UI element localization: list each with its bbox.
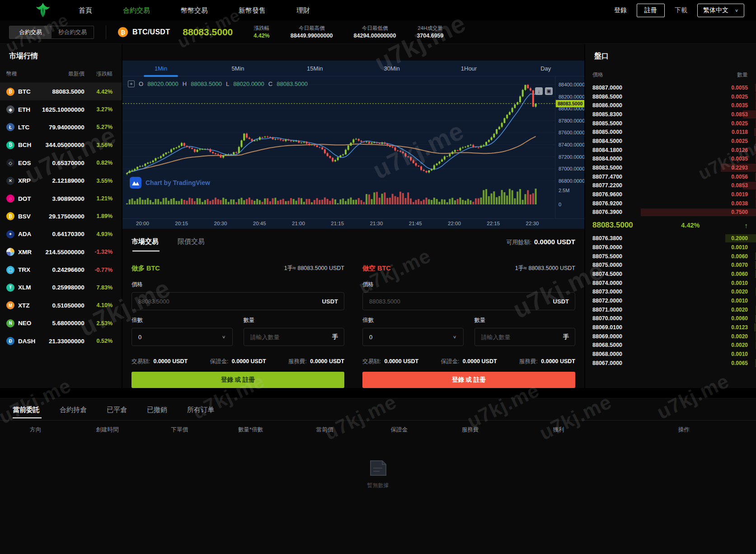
orders-tab-所有订单[interactable]: 所有订单 bbox=[187, 406, 214, 420]
coin-symbol: ✦ADA bbox=[6, 230, 38, 238]
short-login-register-button[interactable]: 登錄 或 註冊 bbox=[362, 372, 575, 388]
mode-tab-合約交易[interactable]: 合約交易 bbox=[9, 26, 52, 38]
orderbook-bid-row[interactable]: 88073.00000.0020 bbox=[585, 287, 756, 296]
ob-price: 88086.5000 bbox=[592, 94, 622, 100]
orders-tab-已平倉[interactable]: 已平倉 bbox=[107, 406, 127, 420]
short-price-input[interactable] bbox=[363, 298, 575, 305]
orders-tab-合約持倉[interactable]: 合約持倉 bbox=[60, 406, 87, 420]
market-row-XMR[interactable]: ◔XMR214.55000000-1.32% bbox=[0, 243, 122, 261]
ob-qty: 0.0060 bbox=[731, 315, 748, 322]
orders-col-保證金: 保證金 bbox=[364, 426, 435, 434]
orders-tab-當前委託[interactable]: 當前委託 bbox=[13, 406, 40, 420]
orderbook-bid-row[interactable]: 88074.00000.0010 bbox=[585, 279, 756, 288]
language-selector[interactable]: 繁体中文 ∨ bbox=[697, 4, 744, 17]
long-amount-input[interactable] bbox=[244, 334, 344, 341]
timeframe-bar: 1Min5Min15Min30Min1HourDay bbox=[122, 61, 584, 76]
timeframe-30Min[interactable]: 30Min bbox=[353, 61, 430, 76]
long-leverage-select[interactable]: 0 ∨ bbox=[131, 328, 233, 346]
orderbook-bid-row[interactable]: 88076.00000.0010 bbox=[585, 243, 756, 252]
coin-change: 3.27% bbox=[85, 106, 113, 113]
orderbook-bid-row[interactable]: 88067.00000.0065 bbox=[585, 359, 756, 368]
market-row-ETH[interactable]: ◆ETH1625.100000003.27% bbox=[0, 100, 122, 118]
orderbook-ask-row[interactable]: 88087.00000.0055 bbox=[585, 83, 756, 92]
mode-tab-秒合約交易[interactable]: 秒合約交易 bbox=[52, 26, 94, 38]
time-label: 20:30 bbox=[214, 221, 227, 226]
nav-item-新幣發售[interactable]: 新幣發售 bbox=[239, 6, 266, 15]
nav-item-理財[interactable]: 理財 bbox=[296, 6, 310, 15]
orders-panel: 當前委託合約持倉已平倉已撤銷所有订单 方向創建時間下單價數量*倍數當前價保證金服… bbox=[0, 398, 756, 554]
orderbook-bid-row[interactable]: 88074.50000.0060 bbox=[585, 270, 756, 279]
ob-price: 88077.2200 bbox=[592, 182, 622, 189]
orderbook-ask-row[interactable]: 88085.50000.0025 bbox=[585, 119, 756, 128]
timeframe-1Min[interactable]: 1Min bbox=[122, 61, 199, 76]
market-row-BCH[interactable]: ₿BCH344.050000003.56% bbox=[0, 136, 122, 154]
orderbook-bid-row[interactable]: 88068.50000.0020 bbox=[585, 341, 756, 350]
candlestick-chart[interactable]: + O88020.0000H88083.5000L88020.0000C8808… bbox=[122, 76, 584, 218]
market-row-LTC[interactable]: ŁLTC79.940000005.27% bbox=[0, 118, 122, 136]
timeframe-5Min[interactable]: 5Min bbox=[199, 61, 276, 76]
orderbook-ask-row[interactable]: 88086.00000.0035 bbox=[585, 101, 756, 110]
long-amount-label: 數量 bbox=[244, 317, 345, 324]
timeframe-Day[interactable]: Day bbox=[507, 61, 584, 76]
tab-limit-trade[interactable]: 限價交易 bbox=[178, 237, 205, 251]
orderbook-bid-row[interactable]: 88069.00000.0020 bbox=[585, 332, 756, 341]
orderbook-bid-row[interactable]: 88068.00000.0010 bbox=[585, 350, 756, 359]
nav-item-合約交易[interactable]: 合約交易 bbox=[123, 6, 150, 15]
timeframe-1Hour[interactable]: 1Hour bbox=[430, 61, 507, 76]
neo-icon: N bbox=[6, 319, 14, 327]
orderbook-ask-row[interactable]: 88084.18000.0126 bbox=[585, 146, 756, 155]
coin-name: NEO bbox=[18, 320, 31, 327]
orderbook-ask-row[interactable]: 88076.92000.0038 bbox=[585, 199, 756, 208]
market-headers: 幣種 最新價 漲跌幅 bbox=[0, 67, 122, 83]
market-row-XLM[interactable]: ŦXLM0.259980007.83% bbox=[0, 279, 122, 296]
ob-qty: 0.0010 bbox=[731, 280, 748, 286]
login-link[interactable]: 登錄 bbox=[614, 6, 627, 14]
market-row-XTZ[interactable]: MXTZ0.510500004.10% bbox=[0, 297, 122, 314]
orderbook-bid-row[interactable]: 88069.01000.0123 bbox=[585, 323, 756, 332]
chart-download-button[interactable]: ↓ bbox=[535, 87, 543, 95]
short-leverage-select[interactable]: 0 ∨ bbox=[362, 328, 464, 346]
market-row-DASH[interactable]: ĐDASH21.330000000.52% bbox=[0, 332, 122, 350]
orderbook-ask-row[interactable]: 88077.47000.0056 bbox=[585, 172, 756, 181]
coin-name: XRP bbox=[18, 177, 31, 184]
orderbook-bid-row[interactable]: 88071.00000.0020 bbox=[585, 305, 756, 314]
tab-market-trade[interactable]: 市場交易 bbox=[131, 237, 159, 251]
long-price-input[interactable] bbox=[132, 298, 344, 305]
nav-item-首頁[interactable]: 首頁 bbox=[79, 6, 92, 15]
orderbook-bid-row[interactable]: 88075.50000.0060 bbox=[585, 252, 756, 261]
register-button[interactable]: 註冊 bbox=[637, 4, 665, 17]
orderbook-ask-row[interactable]: 88084.00000.0035 bbox=[585, 155, 756, 164]
orderbook-bid-row[interactable]: 88070.00000.0060 bbox=[585, 314, 756, 323]
orderbook-ask-row[interactable]: 88076.39000.7500 bbox=[585, 208, 756, 217]
orderbook-ask-row[interactable]: 88085.00000.0118 bbox=[585, 128, 756, 137]
market-row-TRX[interactable]: ▢TRX0.24296600-0.77% bbox=[0, 261, 122, 279]
coin-price: 0.24296600 bbox=[38, 266, 85, 273]
download-link[interactable]: 下載 bbox=[675, 6, 687, 14]
market-row-XRP[interactable]: ✕XRP2.121890003.55% bbox=[0, 172, 122, 189]
market-row-EOS[interactable]: ◇EOS0.653700000.82% bbox=[0, 154, 122, 172]
timeframe-15Min[interactable]: 15Min bbox=[277, 61, 353, 76]
long-login-register-button[interactable]: 登錄 或 註冊 bbox=[131, 372, 344, 388]
orderbook-bid-row[interactable]: 88072.00000.0010 bbox=[585, 296, 756, 305]
market-row-BTC[interactable]: ₿BTC88083.50004.42% bbox=[0, 83, 122, 100]
coin-price: 1625.10000000 bbox=[38, 106, 85, 113]
market-row-NEO[interactable]: NNEO5.680000002.53% bbox=[0, 314, 122, 332]
current-price-tag: 88083.5000 bbox=[558, 101, 583, 106]
chart-snapshot-button[interactable]: ▣ bbox=[545, 87, 553, 95]
orderbook-bid-row[interactable]: 88076.38000.2000 bbox=[585, 234, 756, 243]
top-navbar: 首頁合約交易幣幣交易新幣發售理財 登錄 註冊 下載 繁体中文 ∨ bbox=[0, 0, 756, 21]
market-row-ADA[interactable]: ✦ADA0.641703004.93% bbox=[0, 225, 122, 243]
orderbook-ask-row[interactable]: 88077.22000.0853 bbox=[585, 181, 756, 190]
nav-item-幣幣交易[interactable]: 幣幣交易 bbox=[181, 6, 208, 15]
orderbook-bid-row[interactable]: 88075.00000.0070 bbox=[585, 260, 756, 270]
orderbook-ask-row[interactable]: 88084.50000.0025 bbox=[585, 137, 756, 146]
orderbook-ask-row[interactable]: 88086.50000.0025 bbox=[585, 92, 756, 101]
col-last-price: 最新價 bbox=[38, 70, 85, 78]
orders-tab-已撤銷[interactable]: 已撤銷 bbox=[147, 406, 167, 420]
orderbook-ask-row[interactable]: 88085.83000.0853 bbox=[585, 110, 756, 119]
orderbook-ask-row[interactable]: 88083.50000.2293 bbox=[585, 163, 756, 172]
market-row-DOT[interactable]: ◌DOT3.908900001.21% bbox=[0, 189, 122, 207]
market-row-BSV[interactable]: ₿BSV29.175000001.89% bbox=[0, 208, 122, 225]
orderbook-ask-row[interactable]: 88076.96000.0019 bbox=[585, 190, 756, 199]
short-amount-input[interactable] bbox=[475, 334, 575, 341]
